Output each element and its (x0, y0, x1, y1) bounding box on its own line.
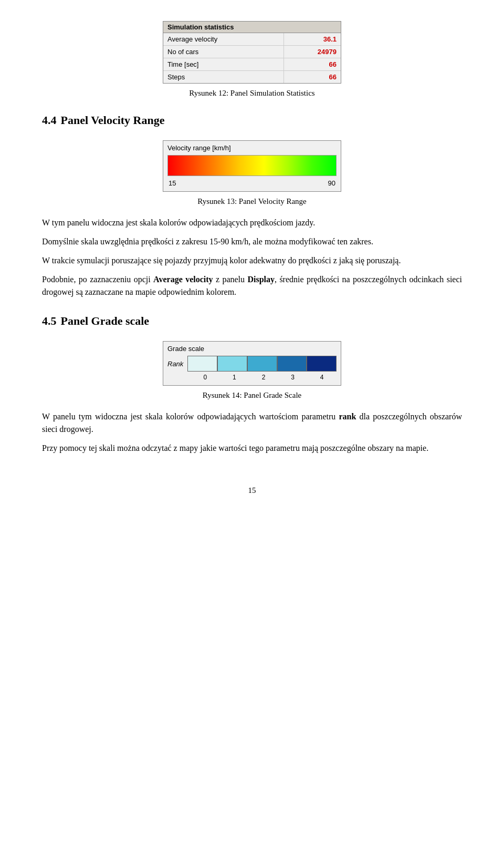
grade-bars (187, 356, 337, 372)
table-row: Steps66 (163, 71, 341, 84)
grade-scale-panel: Grade scale Rank 01234 (163, 341, 341, 386)
paragraph-3: W trakcie symulacji poruszające się poja… (42, 254, 462, 267)
stat-label: Time [sec] (163, 58, 284, 71)
grade-panel-title: Grade scale (167, 345, 337, 353)
velocity-panel-title: Velocity range [km/h] (167, 144, 337, 152)
stat-value: 24979 (284, 46, 341, 58)
table-row: No of cars24979 (163, 46, 341, 58)
velocity-max-label: 90 (328, 179, 335, 187)
sim-stats-title: Simulation statistics (163, 22, 341, 33)
grade-bar-2 (247, 356, 277, 372)
section-44-number: 4.4 (42, 114, 57, 127)
section-45-heading: 4.5Panel Grade scale (42, 314, 462, 328)
stat-value: 36.1 (284, 33, 341, 46)
paragraph-4: Podobnie, po zaznaczeniu opcji Average v… (42, 273, 462, 298)
section-45-title: Panel Grade scale (61, 314, 150, 327)
grade-number: 3 (291, 374, 295, 381)
stat-label: Average velocity (163, 33, 284, 46)
grade-bar-4 (307, 356, 337, 372)
grade-number: 4 (320, 374, 324, 381)
grade-number: 1 (233, 374, 236, 381)
grade-number: 2 (262, 374, 266, 381)
sim-stats-table: Average velocity36.1No of cars24979Time … (163, 33, 341, 83)
stat-label: No of cars (163, 46, 284, 58)
paragraph-2: Domyślnie skala uwzględnia prędkości z z… (42, 235, 462, 248)
section-44-title: Panel Velocity Range (61, 114, 165, 127)
paragraph-1: W tym panelu widoczna jest skala kolorów… (42, 217, 462, 229)
paragraph-6: Przy pomocy tej skali można od­czytać z … (42, 442, 462, 455)
figure-14-caption: Rysunek 14: Panel Grade Scale (203, 391, 302, 400)
grade-content: Rank (167, 356, 337, 372)
grade-bar-3 (277, 356, 307, 372)
section-45-number: 4.5 (42, 314, 57, 327)
grade-bar-1 (217, 356, 247, 372)
simulation-stats-panel: Simulation statistics Average velocity36… (163, 21, 341, 84)
page-content: Simulation statistics Average velocity36… (42, 21, 462, 495)
figure-12-container: Simulation statistics Average velocity36… (42, 21, 462, 98)
table-row: Time [sec]66 (163, 58, 341, 71)
table-row: Average velocity36.1 (163, 33, 341, 46)
stat-value: 66 (284, 71, 341, 84)
stat-value: 66 (284, 58, 341, 71)
page-number: 15 (42, 486, 462, 495)
grade-number: 0 (203, 374, 207, 381)
velocity-range-labels: 15 90 (167, 178, 337, 187)
grade-bar-0 (187, 356, 217, 372)
velocity-range-panel: Velocity range [km/h] 15 90 (163, 140, 341, 192)
grade-rank-label: Rank (167, 360, 183, 368)
figure-14-container: Grade scale Rank 01234 Rysunek 14: Panel… (42, 341, 462, 400)
grade-numbers: 01234 (167, 374, 337, 381)
velocity-gradient-bar (167, 155, 337, 176)
section-44-heading: 4.4Panel Velocity Range (42, 114, 462, 127)
figure-12-caption: Rysunek 12: Panel Simulation Statistics (189, 89, 314, 98)
figure-13-caption: Rysunek 13: Panel Velocity Range (197, 197, 306, 206)
paragraph-5: W panelu tym widoczna jest skala kolorów… (42, 410, 462, 436)
velocity-min-label: 15 (169, 179, 176, 187)
stat-label: Steps (163, 71, 284, 84)
figure-13-container: Velocity range [km/h] 15 90 Rysunek 13: … (42, 140, 462, 206)
